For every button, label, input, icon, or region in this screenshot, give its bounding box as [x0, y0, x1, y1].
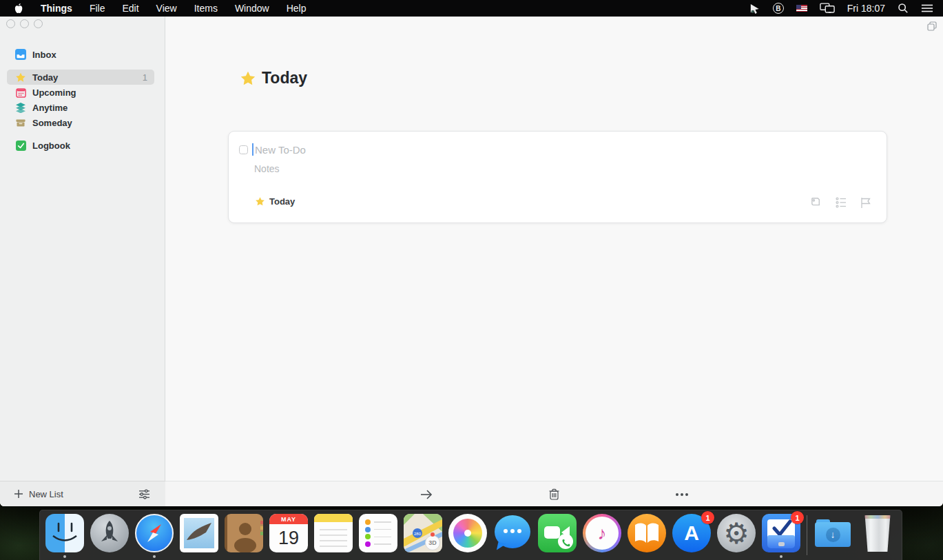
trash-icon[interactable]	[540, 481, 568, 507]
system-preferences-icon: ⚙	[717, 514, 756, 552]
main-toolbar	[165, 481, 943, 506]
more-options-icon[interactable]	[668, 481, 696, 507]
sidebar-item-today[interactable]: Today 1	[7, 70, 154, 85]
dock-reminders[interactable]	[359, 514, 397, 558]
pointer-status-icon[interactable]	[749, 0, 760, 17]
plus-icon	[14, 489, 23, 499]
list-settings-icon[interactable]	[138, 489, 150, 499]
menu-items[interactable]: Items	[194, 3, 218, 14]
menu-app-name[interactable]: Things	[41, 3, 72, 14]
menu-clock[interactable]: Fri 18:07	[847, 3, 885, 14]
dock-itunes[interactable]: ♪	[583, 514, 621, 558]
messages-icon	[493, 514, 532, 552]
music-note-glyph: ♪	[598, 523, 607, 544]
input-language-flag-icon[interactable]	[796, 0, 807, 17]
zoom-button[interactable]	[34, 19, 43, 28]
menu-window[interactable]: Window	[235, 3, 269, 14]
menu-help[interactable]: Help	[287, 3, 307, 14]
new-list-button[interactable]: New List	[0, 489, 63, 499]
dock-calendar[interactable]: MAY 19	[269, 514, 308, 558]
close-button[interactable]	[6, 19, 15, 28]
download-arrow-glyph: ↓	[826, 528, 840, 542]
sidebar-item-inbox[interactable]: Inbox	[7, 47, 154, 62]
dock-messages[interactable]	[493, 514, 532, 558]
sidebar-item-someday[interactable]: Someday	[7, 115, 154, 130]
spotlight-search-icon[interactable]	[898, 0, 909, 17]
dock-finder[interactable]	[45, 514, 84, 558]
when-label: Today	[269, 196, 295, 207]
trash-bin-icon	[858, 514, 897, 552]
dock-maps[interactable]: 280 3D	[404, 514, 442, 558]
sidebar-footer: New List	[0, 481, 165, 506]
dock-mail[interactable]	[180, 514, 218, 558]
dock-photos[interactable]	[448, 514, 487, 558]
dock-things[interactable]: 1	[762, 514, 800, 558]
finder-icon	[45, 514, 84, 552]
duplicate-window-icon[interactable]	[927, 21, 937, 31]
running-indicator	[780, 555, 783, 558]
apple-menu-icon[interactable]	[14, 0, 23, 17]
page-header: Today	[240, 69, 307, 87]
notes-icon	[314, 514, 353, 552]
dock-trash[interactable]	[858, 514, 897, 558]
dock-system-preferences[interactable]: ⚙	[717, 514, 756, 558]
todo-when-tag[interactable]: Today	[255, 196, 295, 207]
maps-icon: 280 3D	[404, 514, 442, 552]
menu-edit[interactable]: Edit	[122, 3, 138, 14]
itunes-icon: ♪	[583, 514, 621, 552]
sidebar-item-anytime[interactable]: Anytime	[7, 100, 154, 115]
add-tag-icon[interactable]	[809, 196, 822, 209]
dock: MAY 19 280 3D	[39, 510, 902, 560]
displays-icon[interactable]	[820, 0, 835, 17]
todo-checkbox[interactable]	[239, 145, 248, 154]
sidebar-item-label: Anytime	[32, 103, 68, 113]
todo-notes-input[interactable]: Notes	[254, 163, 280, 174]
dock-divider	[807, 515, 807, 555]
upcoming-calendar-icon	[15, 87, 26, 98]
todo-title-input[interactable]: New To-Do	[255, 144, 306, 156]
window-controls	[6, 19, 43, 28]
maps-3d-badge: 3D	[425, 535, 440, 550]
b-status-icon[interactable]: B	[773, 3, 784, 14]
dock-contacts[interactable]	[225, 514, 263, 558]
notification-center-icon[interactable]	[921, 0, 933, 17]
dock-facetime[interactable]	[538, 514, 577, 558]
dock-app-store[interactable]: 1 A	[672, 514, 711, 558]
dock-safari[interactable]	[135, 514, 174, 558]
sidebar-item-label: Someday	[32, 118, 72, 128]
ibooks-icon	[628, 514, 666, 552]
reminders-icon	[359, 514, 397, 552]
downloads-folder-icon: ↓	[814, 514, 852, 552]
launchpad-icon	[90, 514, 129, 552]
gear-glyph: ⚙	[723, 517, 749, 550]
app-store-glyph: A	[684, 521, 699, 545]
menu-file[interactable]: File	[90, 3, 105, 14]
dock-downloads[interactable]: ↓	[814, 514, 852, 558]
sidebar-item-logbook[interactable]: Logbook	[7, 138, 154, 153]
deadline-flag-icon[interactable]	[860, 197, 871, 209]
new-todo-card: New To-Do Notes Today	[228, 131, 887, 223]
photos-icon	[448, 514, 487, 552]
minimize-button[interactable]	[20, 19, 29, 28]
app-store-badge: 1	[701, 511, 714, 524]
main-area: Today New To-Do Notes Today	[165, 17, 943, 506]
sidebar: Inbox Today 1 Upcoming Anytime Som	[0, 17, 165, 506]
sidebar-item-upcoming[interactable]: Upcoming	[7, 85, 154, 100]
sidebar-item-label: Upcoming	[32, 87, 76, 98]
mail-icon	[180, 514, 218, 552]
dock-launchpad[interactable]	[90, 514, 129, 558]
text-caret	[252, 143, 253, 156]
checklist-icon[interactable]	[836, 197, 847, 208]
dock-notes[interactable]	[314, 514, 353, 558]
new-list-label: New List	[29, 489, 63, 499]
dock-ibooks[interactable]	[628, 514, 666, 558]
things-badge: 1	[791, 511, 804, 524]
todo-card-actions	[809, 196, 871, 209]
menu-view[interactable]: View	[156, 3, 177, 14]
desktop: { "menu_bar": { "app_name": "Things", "m…	[0, 0, 943, 560]
calendar-day: 19	[269, 524, 308, 552]
svg-text:280: 280	[414, 532, 422, 536]
today-count-badge: 1	[143, 72, 147, 83]
when-star-icon	[255, 196, 265, 207]
move-arrow-icon[interactable]	[413, 481, 440, 507]
